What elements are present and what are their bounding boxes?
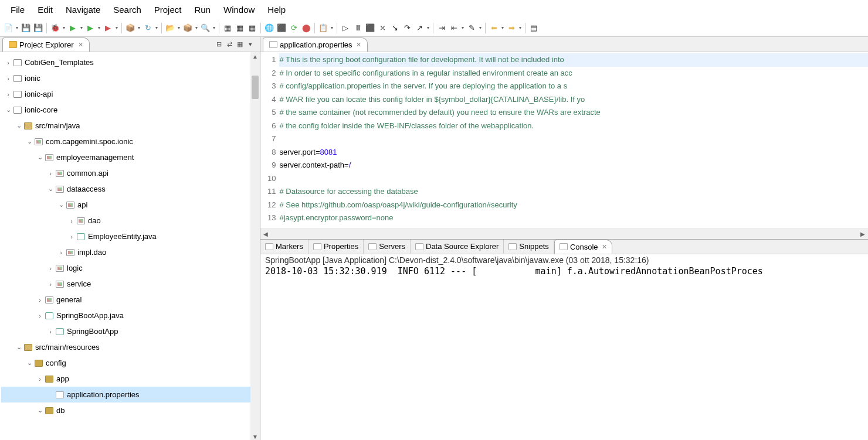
step-into-icon[interactable]: ↘ [389, 23, 400, 33]
menu-project[interactable]: Project [148, 2, 188, 17]
tree-item[interactable]: ⌄ionic-core [1, 102, 260, 118]
expand-arrow-icon[interactable]: ⌄ [46, 185, 55, 193]
stop-server-icon[interactable]: ⬛ [276, 23, 287, 33]
suspend-icon[interactable]: ⏸ [352, 23, 363, 33]
step-over-icon[interactable]: ↷ [402, 23, 412, 33]
new-package-icon[interactable]: 📦 [182, 23, 193, 33]
scroll-down-icon[interactable]: ▼ [250, 432, 260, 440]
close-icon[interactable]: ✕ [356, 41, 361, 49]
tree-scrollbar[interactable]: ▲ ▼ [250, 52, 260, 440]
expand-arrow-icon[interactable]: ⌄ [35, 154, 45, 161]
scroll-right-icon[interactable]: ▶ [857, 229, 868, 240]
editor-hscroll[interactable]: ◀ ▶ [260, 228, 868, 239]
collapse-all-icon[interactable]: ⊟ [214, 40, 223, 49]
console-output[interactable]: 2018-10-03 15:32:30.919 INFO 6112 --- [ … [260, 266, 868, 441]
view-menu-icon[interactable]: ▾ [246, 40, 255, 49]
step-return-icon[interactable]: ↗ [414, 23, 425, 33]
terminate-icon[interactable]: ⬛ [365, 23, 375, 33]
tree-item[interactable]: ⌄dataaccess [1, 181, 260, 197]
toggle-breadcrumb-icon[interactable]: ▦ [222, 23, 233, 33]
close-icon[interactable]: ✕ [602, 243, 607, 251]
tab-properties[interactable]: Properties [308, 240, 364, 254]
expand-arrow-icon[interactable]: › [46, 265, 55, 272]
web-browser-icon[interactable]: 🌐 [264, 23, 274, 33]
expand-arrow-icon[interactable]: › [35, 376, 45, 383]
last-edit-icon[interactable]: ✎ [466, 23, 477, 33]
disconnect-icon[interactable]: ⤫ [377, 23, 388, 33]
menu-search[interactable]: Search [107, 2, 147, 17]
tab-snippets[interactable]: Snippets [504, 240, 554, 254]
tab-data-source-explorer[interactable]: Data Source Explorer [411, 240, 504, 254]
new-server-icon[interactable]: 📦 [125, 23, 135, 33]
tree-item[interactable]: ›ionic-api [1, 86, 260, 102]
menu-edit[interactable]: Edit [32, 2, 59, 17]
editor-tab-application-properties[interactable]: application.properties ✕ [263, 37, 368, 52]
expand-arrow-icon[interactable]: ⌄ [4, 106, 13, 114]
expand-arrow-icon[interactable]: › [4, 59, 13, 66]
new-icon[interactable]: 📄 [3, 23, 13, 33]
refresh-icon[interactable]: ↻ [143, 23, 153, 33]
expand-arrow-icon[interactable]: › [56, 249, 66, 256]
expand-arrow-icon[interactable]: ⌄ [14, 122, 23, 129]
toggle-mark-icon[interactable]: ▦ [235, 23, 245, 33]
expand-arrow-icon[interactable]: ⌄ [25, 138, 34, 145]
expand-arrow-icon[interactable]: › [46, 170, 55, 177]
resume-icon[interactable]: ▷ [340, 23, 351, 33]
relaunch-icon[interactable]: ⟳ [289, 23, 299, 33]
menu-run[interactable]: Run [188, 2, 216, 17]
expand-arrow-icon[interactable]: ⌄ [56, 201, 66, 209]
tree-item[interactable]: ›general [1, 292, 260, 308]
open-type-icon[interactable]: 📂 [165, 23, 175, 33]
tree-item[interactable]: ⌄com.capgemini.spoc.ionic [1, 134, 260, 149]
prev-annotation-icon[interactable]: ⇤ [449, 23, 459, 33]
text-editor[interactable]: 1234567891011121314151617181920212223 # … [260, 52, 868, 228]
tree-item[interactable]: ⌄db [1, 403, 260, 418]
tree-item[interactable]: application.properties [1, 387, 260, 403]
menu-navigate[interactable]: Navigate [60, 2, 106, 17]
code-area[interactable]: # This is the spring boot configuration … [279, 52, 868, 228]
tab-markers[interactable]: Markers [260, 240, 308, 254]
search-icon[interactable]: 🔍 [200, 23, 211, 33]
project-explorer-tab[interactable]: Project Explorer ✕ [2, 37, 90, 52]
tree-item[interactable]: ›impl.dao [1, 244, 260, 260]
save-all-icon[interactable]: 💾 [33, 23, 43, 33]
scroll-left-icon[interactable]: ◀ [260, 229, 271, 240]
tree-item[interactable]: ⌄src/main/resources [1, 339, 260, 355]
menu-help[interactable]: Help [262, 2, 291, 17]
expand-arrow-icon[interactable]: › [35, 312, 45, 319]
expand-arrow-icon[interactable]: › [4, 91, 13, 98]
run-last-icon[interactable]: ▶ [85, 23, 96, 33]
debug-icon[interactable]: 🐞 [50, 23, 60, 33]
expand-arrow-icon[interactable]: ⌄ [14, 343, 23, 351]
tree-item[interactable]: ›app [1, 371, 260, 387]
tree-item[interactable]: ⌄config [1, 355, 260, 371]
project-tree[interactable]: ›CobiGen_Templates›ionic›ionic-api⌄ionic… [0, 52, 260, 440]
tree-item[interactable]: ›SpringBootApp [1, 323, 260, 339]
scroll-up-icon[interactable]: ▲ [250, 52, 260, 62]
tree-item[interactable]: ⌄employeemanagement [1, 149, 260, 165]
tree-item[interactable]: ⌄api [1, 197, 260, 213]
expand-arrow-icon[interactable]: › [67, 217, 76, 224]
expand-arrow-icon[interactable]: › [46, 281, 55, 288]
link-editor-icon[interactable]: ⇄ [225, 40, 234, 49]
expand-arrow-icon[interactable]: ⌄ [35, 407, 45, 414]
tree-item[interactable]: ›common.api [1, 165, 260, 181]
new-dropdown[interactable]: ▾ [15, 23, 19, 33]
expand-arrow-icon[interactable]: ⌄ [25, 359, 34, 367]
menu-window[interactable]: Window [218, 2, 260, 17]
tree-item[interactable]: ⌄src/main/java [1, 118, 260, 134]
focus-icon[interactable]: ▦ [235, 40, 245, 49]
toggle-block-icon[interactable]: ▦ [247, 23, 257, 33]
tree-item[interactable]: ›ionic [1, 70, 260, 86]
menu-file[interactable]: File [5, 2, 30, 17]
tab-servers[interactable]: Servers [364, 240, 411, 254]
tree-item[interactable]: ›CobiGen_Templates [1, 54, 260, 70]
tree-item[interactable]: ›SpringBootApp.java [1, 308, 260, 323]
expand-arrow-icon[interactable]: › [35, 296, 45, 303]
tree-item[interactable]: ›dao [1, 213, 260, 228]
perspective-icon[interactable]: ▤ [528, 23, 539, 33]
close-icon[interactable]: ✕ [78, 41, 83, 49]
tree-item[interactable]: ›logic [1, 260, 260, 276]
expand-arrow-icon[interactable]: › [4, 75, 13, 82]
tree-item[interactable]: ›EmployeeEntity.java [1, 228, 260, 244]
